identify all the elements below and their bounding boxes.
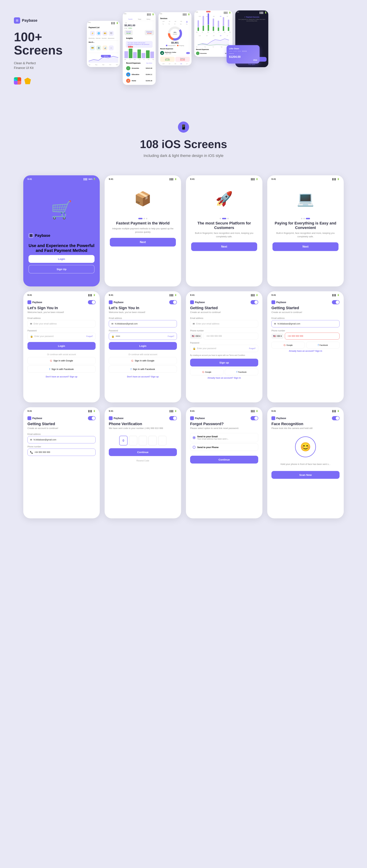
google-button[interactable]: G Google [272, 342, 305, 348]
facebook-button[interactable]: f Facebook [306, 342, 340, 348]
theme-toggle[interactable] [251, 416, 258, 420]
logo-icon [272, 416, 275, 420]
password-input[interactable]: 🔒 Enter your password Forgot? [27, 333, 95, 340]
phone-icon: 📞 [30, 451, 33, 454]
signup-link: Don't have an account? Sign up [109, 374, 177, 379]
status-icons: ▌▌▌🔋 [332, 178, 340, 180]
getting-started-title: Getting Started [190, 306, 258, 310]
otp-1[interactable]: 0 [119, 436, 128, 445]
google-button[interactable]: G Google [190, 369, 223, 375]
app-logo: Paybase [109, 416, 123, 420]
forgot-link[interactable]: Forgot? [86, 335, 93, 337]
facebook-icon: f [236, 370, 237, 373]
country-code[interactable]: 🇺🇸 +84 ▾ [190, 334, 202, 339]
email-label: Email address [272, 317, 340, 319]
phone-input[interactable]: 📞 +84 999 999 999 [27, 448, 95, 456]
login-button[interactable]: Login [27, 342, 95, 350]
status-bar: 9:41 ▌▌▌🔋 [23, 291, 100, 298]
signup-button[interactable]: Sign Up [28, 265, 94, 273]
onboard-title-1: Fastest Payment in the World [105, 221, 181, 225]
face-recognition-phone-preview: 9:41 ▌▌▌🔋 Paybase Getting Started Create… [267, 291, 344, 402]
phone-option[interactable]: Send to your Phone [190, 443, 258, 451]
signin-link-text[interactable]: Sign in [234, 377, 241, 379]
splash-title: Use and Experience the Powerful and Fast… [28, 243, 94, 253]
dot-2 [144, 218, 145, 219]
scan-button[interactable]: Scan Now [272, 471, 340, 479]
phones-row-3: 9:41 ▌▌▌🔋 Paybase Getting Started Create… [14, 407, 353, 518]
next-button-1[interactable]: Next [110, 238, 176, 247]
forgot-link[interactable]: Forgot? [168, 335, 174, 337]
already-account-link: Already have an account? Sign in [190, 375, 258, 380]
otp-5[interactable]: _ [158, 436, 167, 445]
app-logo: Paybase [190, 300, 205, 304]
or-text: Or continue with social account [109, 353, 177, 356]
continue-button[interactable]: Continue [190, 456, 258, 464]
email-option[interactable]: Send to your Email Your email address ha… [190, 433, 258, 442]
otp-2[interactable]: _ [129, 436, 137, 445]
status-bar: 9:41 ▌▌▌🔋 [105, 175, 181, 181]
status-bar: 9:41▌▌▌🔋 [87, 21, 120, 25]
country-code[interactable]: 🇺🇸+84▾ [272, 334, 283, 339]
email-label: Email address [109, 317, 177, 319]
email-icon: ✉ [111, 322, 113, 325]
signup-link-text[interactable]: Sign up [70, 375, 77, 378]
logo-icon [109, 300, 113, 304]
phone-label: Phone number [272, 330, 340, 332]
theme-toggle[interactable] [251, 300, 258, 304]
google-signin-button[interactable]: G Sign In with Google [109, 357, 177, 364]
password-input[interactable]: 🔒 Enter your password Forgot? [190, 345, 258, 352]
phone-input[interactable]: +84 999 999 999 [285, 333, 340, 340]
verify-button[interactable]: Continue [109, 448, 177, 456]
login-button[interactable]: Login [28, 255, 94, 263]
theme-toggle[interactable] [169, 416, 177, 420]
hero-phone-3: 9:41▌▌▌🔋 Services 12H1D1M3M1Y TuThFrSaSu… [159, 12, 192, 65]
onboard-dots-3 [267, 218, 344, 219]
logo-icon [14, 18, 20, 24]
onboard-title-3: Paying for Everything is Easy and Conven… [267, 221, 344, 230]
status-bar: 9:41 ▌▌▌🔋 [23, 407, 100, 413]
content: Getting Started Create an account to con… [23, 422, 100, 456]
status-bar-splash: 9:41 ▌▌▌WiFi🔋 [23, 175, 100, 181]
header: Paybase [186, 413, 262, 422]
radio-2 [193, 446, 196, 448]
theme-toggle[interactable] [88, 300, 95, 304]
email-placeholder: Enter your email address [196, 322, 219, 325]
password-input[interactable]: 🔒 •••••• Forgot? [109, 333, 177, 340]
signin-link-text[interactable]: Sign in [315, 350, 322, 352]
facebook-button[interactable]: f Facebook [225, 369, 258, 375]
facebook-signin-button[interactable]: f Sign In with Facebook [27, 366, 95, 373]
lock-icon: 🔒 [193, 347, 196, 350]
next-button-3[interactable]: Next [273, 242, 339, 251]
already-account-link: Already have an account? Sign in [272, 348, 340, 353]
email-input[interactable]: ✉ hi.kitdabase@gmail.com [109, 320, 177, 328]
email-icon: ✉ [30, 438, 32, 441]
email-label: Email address [27, 317, 95, 319]
theme-toggle[interactable] [88, 416, 95, 420]
resend-text[interactable]: Resend Code [109, 460, 177, 462]
phone-input[interactable]: +84 999 999 999 [203, 333, 258, 340]
otp-4[interactable]: _ [148, 436, 157, 445]
email-placeholder: Enter your email address [33, 322, 57, 325]
getting-started-filled: 9:41 ▌▌▌🔋 Paybase Getting Started Create… [23, 407, 100, 518]
email-input[interactable]: ✉ hi.kitdabase@gmail.com [27, 436, 95, 443]
theme-toggle[interactable] [332, 416, 340, 420]
forgot-link[interactable]: Forgot? [249, 347, 256, 349]
signup-link-text[interactable]: Sign up [151, 375, 159, 378]
email-input[interactable]: ✉ hi.kitdabase@gmail.com [272, 320, 340, 328]
splash-phone: 9:41 ▌▌▌WiFi🔋 🛒 ⊞ Paybase Use and Experi… [23, 175, 100, 286]
theme-toggle[interactable] [169, 300, 177, 304]
google-signin-button[interactable]: G Sign In with Google [27, 357, 95, 364]
next-button-2[interactable]: Next [191, 242, 257, 251]
app-logo: Paybase [109, 300, 123, 304]
theme-toggle[interactable] [332, 300, 340, 304]
google-icon: G [202, 370, 204, 373]
face-recognition-screen: 9:41 ▌▌▌🔋 Paybase Face Recognition Pleas… [267, 407, 344, 518]
lock-icon: 🔒 [30, 335, 33, 338]
signup-button[interactable]: Sign up [190, 359, 258, 367]
facebook-signin-button[interactable]: f Sign In with Facebook [109, 366, 177, 373]
email-input[interactable]: ✉ Enter your email address [190, 320, 258, 328]
login-button[interactable]: Login [109, 342, 177, 350]
password-label: Password [27, 330, 95, 332]
otp-3[interactable]: _ [139, 436, 147, 445]
email-input[interactable]: ✉ Enter your email address [27, 320, 95, 328]
